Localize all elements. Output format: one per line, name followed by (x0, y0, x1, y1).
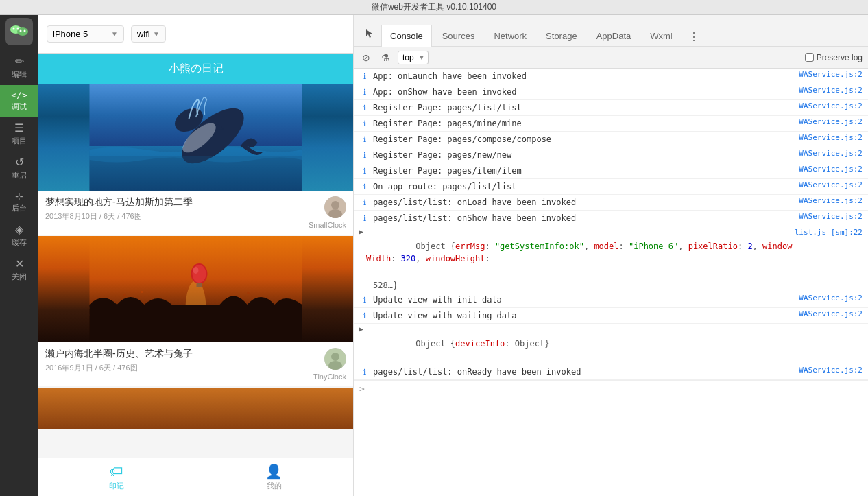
info-icon-13: ℹ (359, 310, 370, 321)
tab-sources[interactable]: Sources (433, 25, 484, 47)
console-clear-button[interactable]: ⊘ (359, 51, 373, 64)
console-msg-10: ℹ pages/list/list: onShow have been invo… (354, 211, 868, 226)
console-level-filter[interactable]: top ▼ (398, 51, 429, 64)
console-msg-7-source[interactable]: WAService.js:2 (799, 165, 863, 174)
blog-card-3[interactable] (38, 388, 353, 429)
console-input[interactable] (369, 384, 863, 394)
debug-icon: </> (11, 91, 27, 99)
info-icon-9: ℹ (359, 197, 370, 208)
info-icon-6: ℹ (359, 150, 370, 161)
phone-toolbar: iPhone 5 iPhone 6 iPhone 6 Plus ▼ wifi 4… (38, 15, 353, 54)
devtools-panel: Console Sources Network Storage AppData … (354, 15, 868, 496)
console-msg-5-source[interactable]: WAService.js:2 (799, 133, 863, 142)
console-msg-13: ℹ Update view with waiting data WAServic… (354, 308, 868, 324)
tab-wxml[interactable]: Wxml (641, 25, 682, 47)
console-msg-4-text: Register Page: pages/mine/mine (373, 117, 799, 130)
cache-icon: ◈ (15, 224, 23, 235)
svg-line-23 (202, 283, 203, 283)
console-msg-1-source[interactable]: WAService.js:2 (799, 70, 863, 79)
console-prompt-icon: > (359, 383, 365, 394)
app-logo (5, 18, 33, 45)
restart-icon: ↺ (15, 157, 24, 168)
info-icon-8: ℹ (359, 181, 370, 192)
console-msg-15-text: pages/list/list: onReady have been invok… (373, 366, 799, 378)
avatar-2-icon (324, 348, 346, 370)
expand-triangle-11[interactable]: ▶ (359, 228, 363, 235)
console-filter-button[interactable]: ⚗ (378, 51, 392, 64)
sidebar-item-project[interactable]: ☰ 项目 (0, 117, 38, 152)
console-msg-7-text: Register Page: pages/item/item (373, 165, 799, 177)
console-msg-15-source[interactable]: WAService.js:2 (799, 366, 863, 375)
console-messages-area[interactable]: ℹ App: onLaunch have been invoked WAServ… (354, 69, 868, 496)
sidebar-item-edit[interactable]: ✏ 编辑 (0, 51, 38, 85)
console-msg-11-source[interactable]: list.js [sm]:22 (795, 228, 863, 237)
blog-card-1-avatar (324, 196, 346, 218)
title-bar: 微信web开发者工具 v0.10.101400 (0, 0, 868, 15)
svg-point-4 (20, 30, 22, 32)
console-msg-9-source[interactable]: WAService.js:2 (799, 196, 863, 205)
network-select[interactable]: wifi 4G 3G 2G (137, 29, 150, 39)
device-select[interactable]: iPhone 5 iPhone 6 iPhone 6 Plus (53, 29, 108, 39)
console-msg-9: ℹ pages/list/list: onLoad have been invo… (354, 195, 868, 211)
console-filter-select[interactable]: top (398, 51, 429, 64)
sidebar-item-debug[interactable]: </> 调试 (0, 85, 38, 117)
svg-rect-21 (197, 283, 202, 287)
sunset-image-svg (38, 236, 353, 342)
console-msg-10-source[interactable]: WAService.js:2 (799, 212, 863, 221)
phone-nav-stamp[interactable]: 🏷 印记 (95, 461, 138, 494)
main-area: ✏ 编辑 </> 调试 ☰ 项目 ↺ 重启 ⊹ 后台 ◈ 缓存 (0, 15, 868, 496)
console-msg-12-source[interactable]: WAService.js:2 (799, 294, 863, 303)
blog-card-2-info: 濑户内海北半圈-历史、艺术与兔子 2016年9月1日 / 6天 / 476图 (38, 342, 353, 386)
tab-appdata[interactable]: AppData (588, 25, 640, 47)
console-msg-8-source[interactable]: WAService.js:2 (799, 180, 863, 189)
svg-point-5 (24, 30, 26, 32)
sidebar-item-restart[interactable]: ↺ 重启 (0, 152, 38, 186)
network-selector[interactable]: wifi 4G 3G 2G ▼ (131, 25, 166, 43)
phone-bottom-nav: 🏷 印记 👤 我的 (38, 458, 353, 496)
blog-card-2-image (38, 236, 353, 342)
info-icon-15: ℹ (359, 366, 370, 377)
preserve-log-checkbox[interactable] (805, 53, 814, 62)
phone-content-area[interactable]: 梦想实现的地方-马达加斯加第二季 2013年8月10日 / 6天 / 476图 (38, 84, 353, 458)
info-icon-2: ℹ (359, 86, 370, 97)
title-text: 微信web开发者工具 v0.10.101400 (372, 1, 496, 13)
console-msg-13-source[interactable]: WAService.js:2 (799, 309, 863, 318)
sidebar-item-cache[interactable]: ◈ 缓存 (0, 219, 38, 253)
console-msg-3-source[interactable]: WAService.js:2 (799, 102, 863, 110)
console-msg-12: ℹ Update view with init data WAService.j… (354, 292, 868, 308)
preserve-log-label: Preserve log (817, 53, 863, 62)
console-input-row[interactable]: > (354, 380, 868, 397)
console-msg-2-source[interactable]: WAService.js:2 (799, 86, 863, 95)
backend-icon: ⊹ (15, 191, 23, 201)
console-msg-4-source[interactable]: WAService.js:2 (799, 117, 863, 126)
preserve-log-toggle[interactable]: Preserve log (805, 53, 863, 62)
blog-card-1-title: 梦想实现的地方-马达加斯加第二季 (45, 196, 193, 209)
console-msg-1-text: App: onLaunch have been invoked (373, 70, 799, 82)
sidebar-item-close[interactable]: ✕ 关闭 (0, 253, 38, 287)
console-msg-3: ℹ Register Page: pages/list/list WAServi… (354, 100, 868, 116)
sidebar-item-backend[interactable]: ⊹ 后台 (0, 186, 38, 219)
console-msg-15: ℹ pages/list/list: onReady have been inv… (354, 364, 868, 380)
console-msg-6-source[interactable]: WAService.js:2 (799, 149, 863, 158)
tab-storage[interactable]: Storage (537, 25, 586, 47)
expand-triangle-14[interactable]: ▶ (359, 325, 363, 333)
element-picker-icon (365, 28, 376, 39)
phone-screen: 小熊の日记 (38, 54, 353, 496)
console-msg-8-text: On app route: pages/list/list (373, 180, 799, 193)
svg-point-28 (331, 353, 339, 361)
blog-card-1[interactable]: 梦想实现的地方-马达加斯加第二季 2013年8月10日 / 6天 / 476图 (38, 84, 353, 235)
tab-console[interactable]: Console (381, 25, 432, 47)
console-msg-9-text: pages/list/list: onLoad have been invoke… (373, 196, 799, 209)
console-msg-14-text: Object {deviceInfo: Object} (366, 325, 863, 362)
devtools-more-button[interactable]: ⋮ (683, 27, 705, 46)
blog-card-1-info: 梦想实现的地方-马达加斯加第二季 2013年8月10日 / 6天 / 476图 (38, 191, 353, 235)
tab-network[interactable]: Network (485, 25, 535, 47)
console-msg-11: ▶ Object {errMsg: "getSystemInfo:ok", mo… (354, 226, 868, 279)
blog-card-2-meta: 2016年9月1日 / 6天 / 476图 (45, 363, 193, 373)
phone-nav-mine[interactable]: 👤 我的 (252, 460, 296, 494)
device-selector[interactable]: iPhone 5 iPhone 6 iPhone 6 Plus ▼ (47, 25, 124, 43)
blog-card-2[interactable]: 濑户内海北半圈-历史、艺术与兔子 2016年9月1日 / 6天 / 476图 (38, 236, 353, 386)
blog-card-1-meta: 2013年8月10日 / 6天 / 476图 (45, 211, 193, 222)
element-picker-button[interactable] (359, 24, 381, 46)
console-msg-13-text: Update view with waiting data (373, 309, 799, 322)
